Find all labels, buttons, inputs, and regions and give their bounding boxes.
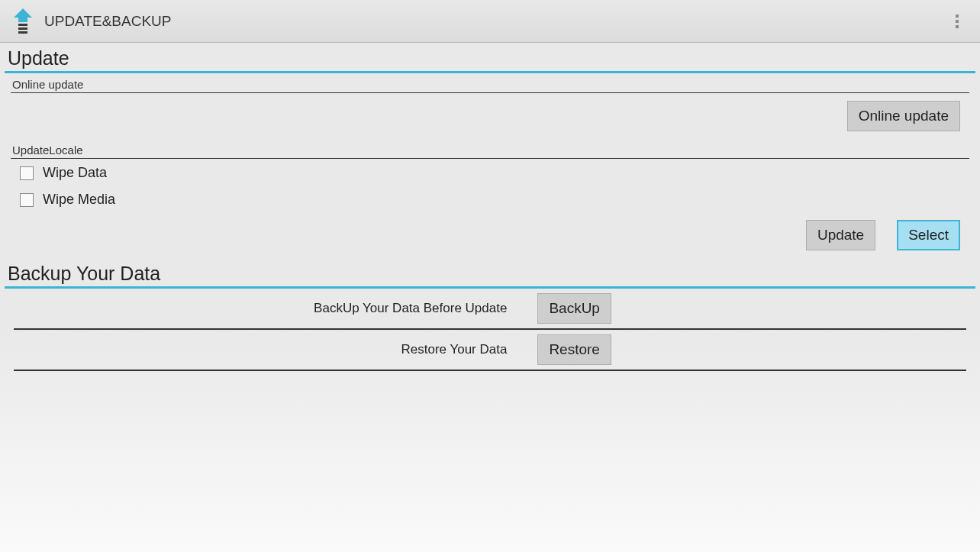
wipe-data-checkbox[interactable] — [20, 166, 34, 180]
svg-rect-3 — [18, 31, 27, 34]
content-area: Update Online update Online update Updat… — [0, 43, 980, 371]
select-button[interactable]: Select — [897, 220, 960, 250]
restore-button[interactable]: Restore — [537, 334, 611, 365]
wipe-data-row: Wipe Data — [5, 159, 975, 186]
backup-heading: Backup Your Data — [5, 258, 975, 289]
online-update-subheading: Online update — [11, 73, 969, 93]
update-button[interactable]: Update — [806, 220, 875, 250]
restore-row: Restore Your Data Restore — [14, 330, 966, 371]
backup-row: BackUp Your Data Before Update BackUp — [14, 289, 966, 330]
overflow-dot-icon — [956, 25, 959, 28]
app-icon — [8, 6, 38, 37]
wipe-media-row: Wipe Media — [5, 186, 975, 212]
restore-text: Restore Your Data — [14, 342, 537, 357]
update-heading: Update — [5, 43, 975, 73]
wipe-data-label: Wipe Data — [43, 165, 107, 181]
wipe-media-checkbox[interactable] — [20, 193, 34, 207]
backup-text: BackUp Your Data Before Update — [14, 301, 537, 316]
wipe-media-label: Wipe Media — [43, 192, 115, 208]
app-title: UPDATE&BACKUP — [44, 13, 942, 30]
update-select-row: Update Select — [5, 212, 975, 258]
svg-marker-0 — [14, 8, 32, 22]
overflow-dot-icon — [956, 20, 959, 23]
action-bar: UPDATE&BACKUP — [0, 0, 980, 43]
update-locale-subheading: UpdateLocale — [11, 139, 969, 159]
online-update-row: Online update — [5, 93, 975, 139]
svg-rect-2 — [18, 27, 27, 30]
backup-button[interactable]: BackUp — [537, 293, 611, 324]
overflow-menu-button[interactable] — [942, 6, 972, 37]
online-update-button[interactable]: Online update — [847, 101, 960, 131]
overflow-dot-icon — [956, 15, 959, 18]
svg-rect-1 — [18, 24, 27, 26]
